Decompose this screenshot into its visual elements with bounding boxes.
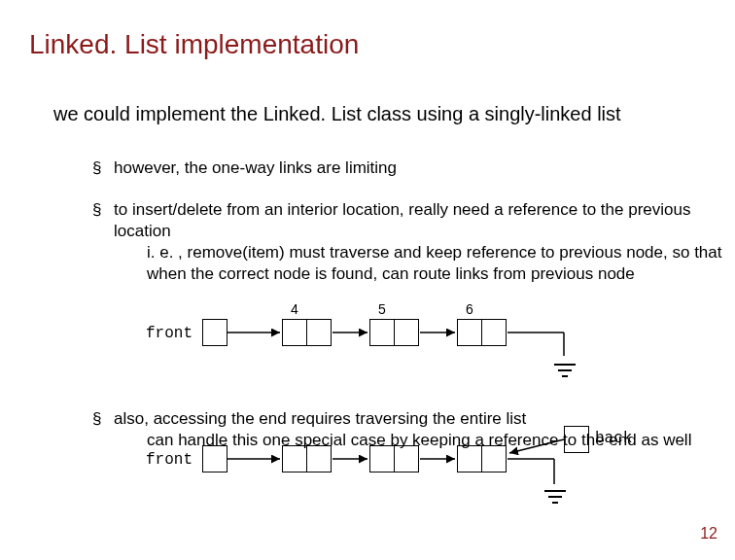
intro-text: we could implement the Linked. List clas… xyxy=(53,102,695,126)
slide-title: Linked. List implementation xyxy=(29,29,359,60)
page-number: 12 xyxy=(700,525,718,542)
bullet-one: however, the one-way links are limiting xyxy=(92,158,717,179)
diagram-with-back: front back xyxy=(146,438,690,506)
ground-1 xyxy=(550,360,579,389)
bullet-two: to insert/delete from an interior locati… xyxy=(92,199,735,285)
svg-line-8 xyxy=(509,439,564,453)
ground-2 xyxy=(541,486,570,515)
diagram-singly-linked: front 4 5 6 xyxy=(146,311,632,369)
arrows-2 xyxy=(146,426,690,513)
bullet-two-sub: i. e. , remove(item) must traverse and k… xyxy=(114,242,735,285)
bullet-two-line1: to insert/delete from an interior locati… xyxy=(114,200,690,240)
